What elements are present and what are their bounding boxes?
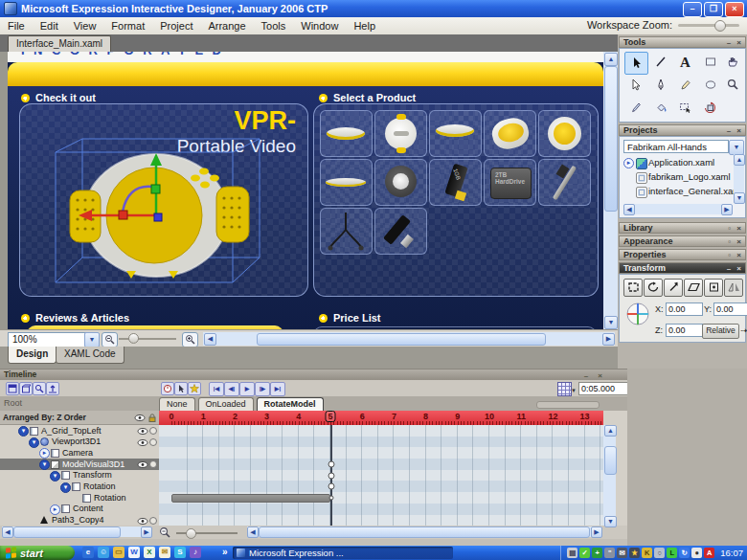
- more-options-button[interactable]: ⇢: [740, 325, 747, 335]
- projects-horizontal-scrollbar[interactable]: ◀ ▶: [623, 204, 731, 214]
- project-file-general[interactable]: interface_General.xaml: [623, 185, 731, 198]
- workspace-zoom-slider[interactable]: [678, 24, 739, 27]
- zoom-combo-dropdown[interactable]: ▼: [84, 332, 100, 347]
- translate-mode-button[interactable]: [623, 279, 643, 297]
- product-thumb-player-side[interactable]: [429, 110, 482, 157]
- timeline-tree-transform[interactable]: ▾Transform: [0, 470, 159, 482]
- outlook-icon[interactable]: ✉: [159, 547, 170, 558]
- tree-horizontal-scrollbar[interactable]: ◀ ▶: [2, 526, 151, 537]
- direct-selection-tool-icon[interactable]: [624, 75, 646, 96]
- chat-icon[interactable]: ": [604, 548, 615, 558]
- project-selector-dropdown[interactable]: ▼: [729, 140, 744, 155]
- zoom-slider-thumb[interactable]: [128, 333, 139, 344]
- word-icon[interactable]: W: [128, 547, 140, 558]
- keyframe-marker[interactable]: [328, 483, 335, 490]
- start-button[interactable]: start: [0, 546, 75, 560]
- paint-bucket-tool-icon[interactable]: [649, 98, 671, 119]
- relative-button[interactable]: Relative: [702, 324, 739, 339]
- keyframe-marker[interactable]: [328, 460, 335, 467]
- go-to-start-button[interactable]: |◀: [209, 382, 224, 396]
- timeline-tree-viewport3d1[interactable]: ▾Viewport3D1: [0, 437, 159, 448]
- panel-buttons[interactable]: – ×: [727, 125, 743, 136]
- collapse-icon[interactable]: ▾: [50, 471, 60, 482]
- ruler-mark-6[interactable]: 6: [360, 412, 365, 421]
- menu-help[interactable]: Help: [346, 18, 383, 34]
- workspace-zoom-thumb[interactable]: [714, 20, 726, 32]
- design-canvas[interactable]: INCORPORATED Check it out Select a Produ…: [8, 52, 603, 329]
- zoom-tool-icon[interactable]: [722, 75, 744, 96]
- panel-buttons[interactable]: ▫ ×: [728, 223, 743, 234]
- mail-icon[interactable]: ✉: [617, 548, 627, 558]
- close-button[interactable]: ×: [725, 2, 744, 17]
- record-keyframe-icon[interactable]: [161, 382, 174, 395]
- pencil-tool-icon[interactable]: [674, 75, 696, 96]
- pan-hand-tool-icon[interactable]: [722, 52, 744, 73]
- panel-buttons[interactable]: – ×: [727, 37, 743, 48]
- marquee-zoom-tool-icon[interactable]: [674, 98, 696, 119]
- ruler-mark-3[interactable]: 3: [264, 412, 269, 421]
- viewport3d-scene[interactable]: [27, 131, 301, 292]
- product-thumb-usb-drive[interactable]: 1GB: [429, 159, 482, 206]
- key-icon[interactable]: K: [642, 548, 652, 558]
- menu-project[interactable]: Project: [152, 18, 200, 34]
- projects-vertical-scrollbar[interactable]: ▲ ▼: [734, 154, 744, 202]
- tools-panel-header[interactable]: Tools – ×: [619, 36, 746, 48]
- zoom-slider[interactable]: [119, 338, 176, 340]
- timeline-tree-modelvisual3d1[interactable]: ▾ModelVisual3D1: [0, 459, 159, 470]
- ruler-mark-5[interactable]: 5: [325, 411, 335, 422]
- collapse-icon[interactable]: ▾: [18, 426, 29, 437]
- menu-format[interactable]: Format: [103, 18, 152, 34]
- go-to-end-button[interactable]: ▶|: [270, 382, 285, 396]
- excel-icon[interactable]: X: [144, 547, 155, 558]
- canvas-vertical-scrollbar[interactable]: ▲ ▼: [603, 52, 618, 329]
- expand-icon[interactable]: ▸: [39, 448, 50, 459]
- play-button[interactable]: ▶: [239, 382, 255, 396]
- keyframe-marker[interactable]: [328, 472, 335, 479]
- menu-window[interactable]: Window: [293, 18, 346, 34]
- timeline-track-area[interactable]: [159, 425, 603, 526]
- flip-mode-button[interactable]: [724, 279, 743, 297]
- snap-grid-dropdown[interactable]: ▼: [571, 388, 577, 393]
- arranged-by-header[interactable]: Arranged By: Z Order: [0, 411, 159, 425]
- appearance-panel-header[interactable]: Appearance ▫ ×: [619, 235, 746, 247]
- ati-icon[interactable]: A: [704, 548, 714, 558]
- storyboard-box-icon[interactable]: [19, 382, 33, 395]
- ruler-mark-7[interactable]: 7: [392, 412, 396, 421]
- storyboard-tab-onloaded[interactable]: OnLoaded: [198, 397, 254, 411]
- ruler-mark-0[interactable]: 0: [169, 412, 173, 421]
- timeline-tree-content[interactable]: ▸Content: [0, 504, 159, 515]
- ruler-mark-10[interactable]: 10: [485, 412, 494, 421]
- panel-buttons[interactable]: ▫ ×: [728, 236, 743, 247]
- ruler-mark-12[interactable]: 12: [548, 412, 557, 421]
- timeline-tree-rotation[interactable]: ▾Rotation: [0, 482, 159, 493]
- ruler-mark-11[interactable]: 11: [516, 412, 526, 421]
- messenger-status-icon[interactable]: ✓: [579, 548, 590, 558]
- timeline-tree-rotation[interactable]: Rotation: [0, 492, 159, 504]
- scale-mode-button[interactable]: [664, 279, 683, 297]
- menu-tools[interactable]: Tools: [254, 18, 294, 34]
- timeline-ruler[interactable]: 012345678910111213: [159, 411, 603, 425]
- panel-buttons[interactable]: – ×: [727, 263, 743, 274]
- line-tool-icon[interactable]: [649, 52, 671, 73]
- restore-button[interactable]: ❐: [704, 2, 723, 17]
- skype-icon[interactable]: S: [174, 547, 186, 558]
- display-settings-icon[interactable]: ▤: [567, 548, 577, 558]
- folder-icon[interactable]: ▭: [113, 547, 124, 558]
- center-point-mode-button[interactable]: [704, 279, 723, 297]
- product-thumb-player-three-quarter[interactable]: [484, 110, 536, 157]
- keyframe-marker[interactable]: [329, 496, 334, 501]
- track-vertical-scrollbar[interactable]: ▲ ▼: [603, 425, 616, 526]
- animation-span-bar[interactable]: [171, 494, 330, 503]
- snap-cursor-icon[interactable]: [174, 382, 188, 395]
- eye-icon[interactable]: [137, 438, 148, 448]
- timeline-zoom-control[interactable]: [157, 526, 245, 538]
- ellipse-tool-icon[interactable]: [699, 75, 721, 96]
- search-icon[interactable]: ○: [654, 548, 665, 558]
- menu-arrange[interactable]: Arrange: [200, 18, 253, 34]
- product-thumb-player-thin[interactable]: [320, 159, 373, 206]
- projects-panel-header[interactable]: Projects – ×: [619, 124, 746, 136]
- taskbar-task-button[interactable]: Microsoft Expression ...: [233, 547, 453, 559]
- panel-buttons[interactable]: ▫ ×: [728, 250, 743, 260]
- pen-tool-icon[interactable]: [649, 75, 671, 96]
- product-thumb-adapter[interactable]: [374, 208, 427, 255]
